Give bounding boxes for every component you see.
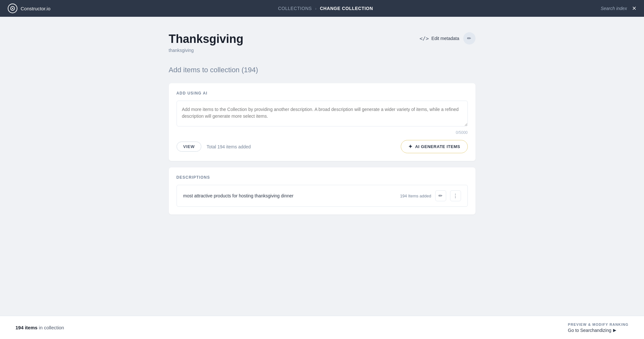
go-to-label: Go to Searchandizing <box>568 328 611 333</box>
topnav-right: Search index × <box>601 5 636 12</box>
logo: Constructor.io <box>8 4 51 13</box>
description-edit-button[interactable]: ✏ <box>435 190 446 201</box>
logo-svg <box>10 6 15 11</box>
logo-text: Constructor.io <box>21 6 51 11</box>
descriptions-card: DESCRIPTIONS most attractive products fo… <box>169 167 476 214</box>
description-text: most attractive products for hosting tha… <box>183 193 293 198</box>
logo-icon <box>8 4 17 13</box>
collection-count: 194 items in collection <box>15 325 64 330</box>
svg-point-1 <box>12 8 13 9</box>
close-icon[interactable]: × <box>632 5 636 12</box>
main-content: Thanksgiving thanksgiving </> Edit metad… <box>0 0 644 339</box>
char-count: 0/5000 <box>177 130 468 135</box>
add-using-ai-label: ADD USING AI <box>177 91 468 95</box>
ai-footer: VIEW Total 194 items added ✦ AI GENERATE… <box>177 140 468 153</box>
breadcrumb-separator: › <box>315 6 317 11</box>
descriptions-label: DESCRIPTIONS <box>177 175 468 180</box>
collection-count-bold: 194 items <box>15 325 37 330</box>
more-icon: ⋮ <box>453 193 458 199</box>
ai-footer-left: VIEW Total 194 items added <box>177 142 251 152</box>
arrow-icon: ▶ <box>613 328 616 333</box>
description-items-added: 194 Items added <box>400 194 431 198</box>
page-header: Thanksgiving thanksgiving </> Edit metad… <box>169 32 476 53</box>
bottom-bar: 194 items in collection PREVIEW & MODIFY… <box>0 316 644 339</box>
ai-generate-label: AI GENERATE ITEMS <box>415 144 460 149</box>
pencil-icon: ✏ <box>467 35 471 41</box>
add-using-ai-card: ADD USING AI 0/5000 VIEW Total 194 items… <box>169 83 476 161</box>
items-added-text: Total 194 items added <box>207 144 251 149</box>
breadcrumb-current: CHANGE COLLECTION <box>320 6 373 11</box>
go-to-searchandizing-link[interactable]: Go to Searchandizing ▶ <box>568 328 629 333</box>
breadcrumb: COLLECTIONS › CHANGE COLLECTION <box>278 6 373 11</box>
description-row: most attractive products for hosting tha… <box>177 185 468 207</box>
view-button[interactable]: VIEW <box>177 142 202 152</box>
preview-section: PREVIEW & MODIFY RANKING Go to Searchand… <box>568 323 629 333</box>
page-header-actions: </> Edit metadata ✏ <box>419 32 475 45</box>
ai-generate-button[interactable]: ✦ AI GENERATE ITEMS <box>401 140 468 153</box>
pencil-button[interactable]: ✏ <box>463 32 476 45</box>
code-icon: </> <box>419 35 429 42</box>
edit-icon: ✏ <box>438 193 443 199</box>
page-title: Thanksgiving <box>169 32 244 46</box>
collection-count-suffix: in collection <box>37 325 64 330</box>
preview-label: PREVIEW & MODIFY RANKING <box>568 323 629 326</box>
page-title-group: Thanksgiving thanksgiving <box>169 32 244 53</box>
edit-metadata-button[interactable]: </> Edit metadata <box>419 35 459 42</box>
edit-metadata-label: Edit metadata <box>431 36 459 41</box>
wand-icon: ✦ <box>408 144 413 150</box>
top-navigation: Constructor.io COLLECTIONS › CHANGE COLL… <box>0 0 644 17</box>
description-right: 194 Items added ✏ ⋮ <box>400 190 461 201</box>
description-more-button[interactable]: ⋮ <box>450 190 461 201</box>
page-subtitle: thanksgiving <box>169 48 244 53</box>
items-count-heading: Add items to collection (194) <box>169 66 476 74</box>
breadcrumb-parent[interactable]: COLLECTIONS <box>278 6 312 11</box>
search-index-label[interactable]: Search index <box>601 6 627 11</box>
content-area: Thanksgiving thanksgiving </> Edit metad… <box>161 17 483 260</box>
ai-description-input[interactable] <box>177 101 468 126</box>
